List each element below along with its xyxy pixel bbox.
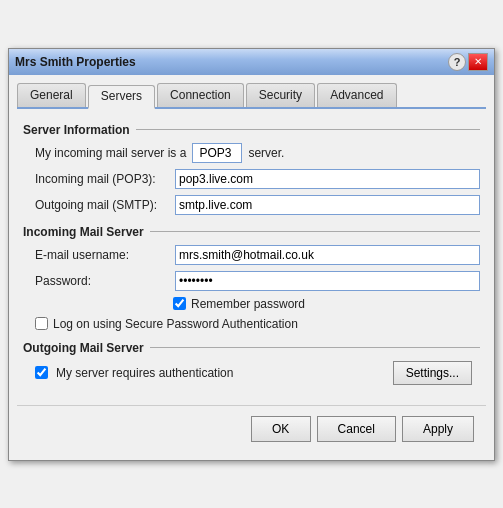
title-bar-controls: ? ✕ — [448, 53, 488, 71]
incoming-prefix-label: My incoming mail server is a — [35, 146, 186, 160]
tab-servers[interactable]: Servers — [88, 85, 155, 109]
settings-button[interactable]: Settings... — [393, 361, 472, 385]
content-area: General Servers Connection Security Adva… — [9, 75, 494, 460]
requires-auth-checkbox[interactable] — [35, 366, 48, 379]
server-type-box: POP3 — [192, 143, 242, 163]
remember-password-row: Remember password — [23, 297, 480, 311]
incoming-mail-label: Incoming mail (POP3): — [35, 172, 175, 186]
main-window: Mrs Smith Properties ? ✕ General Servers… — [8, 48, 495, 461]
email-username-label: E-mail username: — [35, 248, 175, 262]
password-label: Password: — [35, 274, 175, 288]
close-button[interactable]: ✕ — [468, 53, 488, 71]
title-bar: Mrs Smith Properties ? ✕ — [9, 49, 494, 75]
password-row: Password: — [23, 271, 480, 291]
bottom-bar: OK Cancel Apply — [17, 405, 486, 452]
log-on-spa-row: Log on using Secure Password Authenticat… — [23, 317, 480, 331]
remember-password-checkbox[interactable] — [173, 297, 186, 310]
outgoing-auth-row: My server requires authentication Settin… — [23, 361, 480, 385]
tab-connection[interactable]: Connection — [157, 83, 244, 107]
outgoing-mail-row: Outgoing mail (SMTP): — [23, 195, 480, 215]
outgoing-mail-server-header: Outgoing Mail Server — [23, 341, 480, 355]
servers-panel: Server Information My incoming mail serv… — [17, 119, 486, 395]
email-username-input[interactable] — [175, 245, 480, 265]
log-on-spa-checkbox[interactable] — [35, 317, 48, 330]
incoming-mail-row: Incoming mail (POP3): — [23, 169, 480, 189]
tab-general[interactable]: General — [17, 83, 86, 107]
incoming-mail-server-header: Incoming Mail Server — [23, 225, 480, 239]
password-input[interactable] — [175, 271, 480, 291]
remember-password-label: Remember password — [191, 297, 305, 311]
incoming-mail-input[interactable] — [175, 169, 480, 189]
cancel-button[interactable]: Cancel — [317, 416, 396, 442]
window-title: Mrs Smith Properties — [15, 55, 136, 69]
ok-button[interactable]: OK — [251, 416, 311, 442]
email-username-row: E-mail username: — [23, 245, 480, 265]
tab-bar: General Servers Connection Security Adva… — [17, 83, 486, 109]
help-button[interactable]: ? — [448, 53, 466, 71]
tab-security[interactable]: Security — [246, 83, 315, 107]
outgoing-mail-input[interactable] — [175, 195, 480, 215]
server-information-header: Server Information — [23, 123, 480, 137]
requires-auth-label: My server requires authentication — [56, 366, 233, 380]
incoming-type-row: My incoming mail server is a POP3 server… — [23, 143, 480, 163]
tab-advanced[interactable]: Advanced — [317, 83, 396, 107]
incoming-suffix-label: server. — [248, 146, 284, 160]
log-on-spa-label: Log on using Secure Password Authenticat… — [53, 317, 298, 331]
outgoing-mail-label: Outgoing mail (SMTP): — [35, 198, 175, 212]
apply-button[interactable]: Apply — [402, 416, 474, 442]
